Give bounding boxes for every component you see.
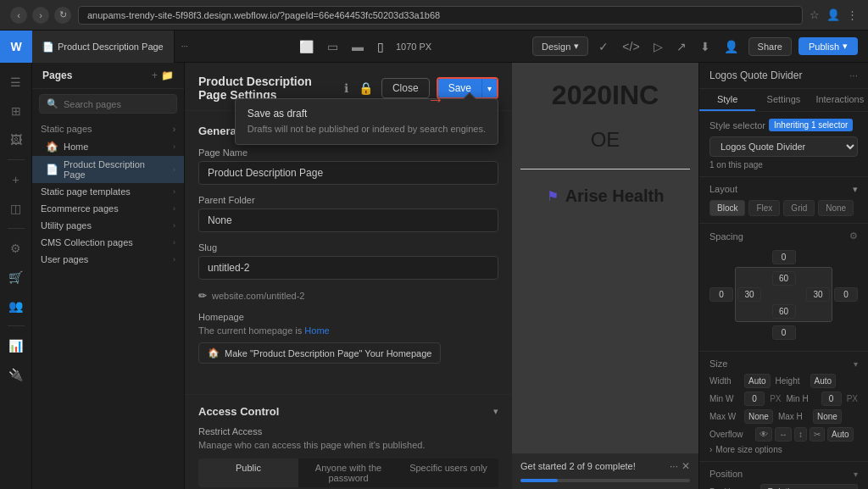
display-block-btn[interactable]: Block [709,200,745,216]
overflow-clip-btn[interactable]: ✂ [810,427,825,442]
add-element-btn[interactable]: + [3,167,29,192]
tablet-view-btn[interactable]: ▭ [324,36,342,57]
pages-toolbar-btn[interactable]: ☰ [3,69,29,95]
height-val[interactable]: Auto [810,374,837,388]
menu-icon[interactable]: ⋮ [847,8,858,21]
url-bar[interactable]: anupams-trendy-site-5f98f3.design.webflo… [78,6,803,25]
padding-right-val[interactable]: 30 [806,287,830,302]
checkmark-icon[interactable]: ✓ [595,36,612,57]
overflow-eye-btn[interactable]: 👁 [755,427,772,442]
draft-title: Save as draft [248,108,486,119]
page-tab[interactable]: 📄 Product Description Page [32,31,175,63]
homepage-link[interactable]: Home [304,325,329,336]
folder-btn[interactable]: 📁 [161,69,174,81]
bookmark-icon[interactable]: ☆ [810,8,820,21]
rp-tab-settings[interactable]: Settings [755,89,811,111]
cms-collection-item[interactable]: CMS Collection pages › [32,234,184,251]
settings-lock-icon[interactable]: 🔒 [357,80,375,97]
user-avatar-icon[interactable]: 👤 [721,36,742,57]
page-item-product[interactable]: 📄 Product Description Page › [32,156,184,183]
profile-icon[interactable]: 👤 [826,8,840,21]
utility-pages-item[interactable]: Utility pages › [32,217,184,234]
mobile-landscape-btn[interactable]: ▬ [348,36,367,57]
mobile-portrait-btn[interactable]: ▯ [374,36,387,57]
min-w-input[interactable]: 0 [744,392,765,406]
margin-left-val[interactable]: 0 [709,287,733,302]
code-icon[interactable]: </> [619,36,643,57]
padding-bottom-val[interactable]: 60 [772,304,796,319]
monitor-view-btn[interactable]: ⬜ [296,36,317,57]
back-button[interactable]: ‹ [10,7,27,24]
overflow-scroll-btn[interactable]: ↔ [775,427,792,442]
design-label: Design [542,42,570,52]
static-templates-label: Static page templates [41,186,131,197]
padding-top-val[interactable]: 60 [772,271,796,286]
min-h-input[interactable]: 0 [821,392,842,406]
page-name-input[interactable] [198,161,498,185]
slug-input[interactable] [198,256,498,280]
ecommerce-pages-item[interactable]: Ecommerce pages › [32,200,184,217]
access-control-header[interactable]: Access Control ▾ [198,405,498,418]
play-icon[interactable]: ▷ [650,36,666,57]
access-tab-password[interactable]: Anyone with the password [298,458,398,487]
settings-info-icon[interactable]: ℹ [342,80,350,97]
page-item-home[interactable]: 🏠 Home › [32,137,184,156]
parent-folder-select[interactable]: None [198,208,498,232]
margin-bottom-val[interactable]: 0 [772,325,796,340]
access-tab-public[interactable]: Public [198,458,298,487]
overflow-icons: 👁 ↔ ↕ ✂ Auto [755,427,854,442]
margin-top-val[interactable]: 0 [772,250,796,264]
app-bar-center: ⬜ ▭ ▬ ▯ 1070 PX [195,36,532,57]
external-link-icon[interactable]: ↗ [673,36,690,57]
close-button[interactable]: Close [381,78,430,98]
refresh-button[interactable]: ↻ [54,7,71,24]
static-templates-item[interactable]: Static page templates › [32,183,184,200]
ecommerce-btn[interactable]: 🛒 [3,264,29,290]
save-button[interactable]: Save [438,79,481,97]
rp-tab-style[interactable]: Style [699,89,755,111]
margin-right-val[interactable]: 0 [834,287,858,302]
width-val[interactable]: Auto [744,374,771,388]
navigator-btn[interactable]: ◫ [3,196,29,221]
publish-button[interactable]: Publish ▾ [798,37,858,55]
share-button[interactable]: Share [748,37,792,56]
users-btn[interactable]: 👥 [3,293,29,319]
panel-title: Pages [42,69,72,81]
display-flex-btn[interactable]: Flex [748,200,780,216]
seo-btn[interactable]: 📊 [3,333,29,358]
rp-more-btn[interactable]: ··· [849,69,858,81]
progress-more-btn[interactable]: ··· [670,460,678,472]
app-bar-right: Design ▾ ✓ </> ▷ ↗ ⬇ 👤 Share Publish ▾ [532,36,868,57]
static-pages-expand-icon[interactable]: › [173,125,175,134]
add-page-btn[interactable]: + [152,69,158,81]
progress-close-btn[interactable]: ✕ [682,460,690,472]
cms-btn[interactable]: ⚙ [3,236,29,261]
access-tab-users[interactable]: Specific users only [398,458,498,487]
style-name-select[interactable]: Logos Quote Divider [709,136,858,157]
overflow-h-btn[interactable]: ↕ [794,427,807,442]
save-dropdown-button[interactable]: ▾ [481,79,497,97]
spacing-settings-icon[interactable]: ⚙ [849,231,858,242]
forward-button[interactable]: › [32,7,49,24]
components-toolbar-btn[interactable]: ⊞ [3,98,29,124]
tab-more[interactable]: ··· [175,42,195,51]
design-mode-btn[interactable]: Design ▾ [532,36,588,56]
rp-tab-interactions[interactable]: Interactions [812,89,868,111]
make-homepage-label: Make "Product Description Page" Your Hom… [225,348,431,358]
padding-left-val[interactable]: 30 [737,287,761,302]
download-icon[interactable]: ⬇ [697,36,714,57]
overflow-auto-val[interactable]: Auto [827,427,854,442]
product-page-label: Product Description Page [64,159,168,180]
display-none-btn[interactable]: None [818,200,854,216]
make-homepage-button[interactable]: 🏠 Make "Product Description Page" Your H… [198,342,441,364]
more-size-options-link[interactable]: › More size options [709,445,858,454]
display-grid-btn[interactable]: Grid [783,200,815,216]
position-select[interactable]: Relative Absolute Fixed Static [760,484,858,489]
assets-toolbar-btn[interactable]: 🖼 [3,127,29,153]
integrations-btn[interactable]: 🔌 [3,362,29,387]
user-pages-item[interactable]: User pages › [32,251,184,268]
max-w-val[interactable]: None [744,409,773,424]
max-h-val[interactable]: None [813,409,842,424]
search-input[interactable] [64,99,181,109]
save-as-draft-item[interactable]: Save as draft Drafts will not be publish… [236,99,498,144]
